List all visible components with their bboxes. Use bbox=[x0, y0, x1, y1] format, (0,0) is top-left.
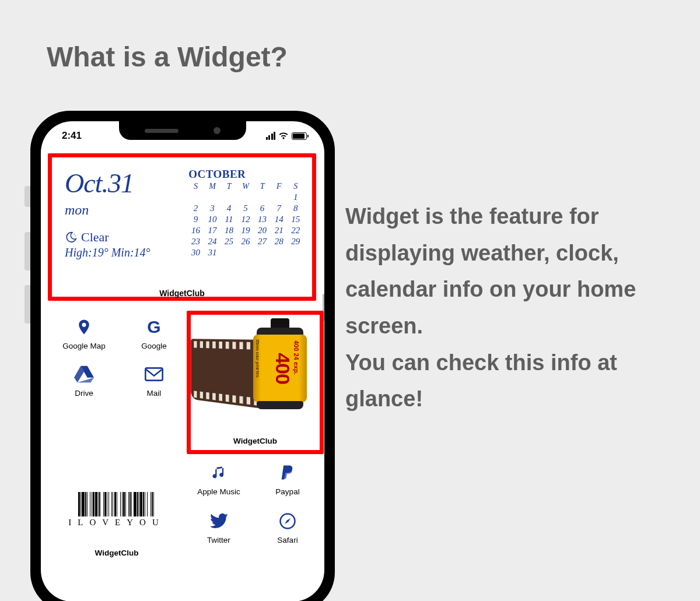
G-icon: G bbox=[143, 316, 165, 338]
app-drive[interactable]: Drive bbox=[51, 363, 117, 398]
phone-frame: 2:41 Oct.31 mon bbox=[30, 111, 335, 601]
calendar-day-cell: 19 bbox=[239, 226, 253, 236]
calendar-grid: SMTWTFS123456789101112131415161718192021… bbox=[188, 182, 303, 258]
mail-icon bbox=[143, 363, 165, 385]
calendar-day-cell: 17 bbox=[205, 226, 220, 236]
calendar-day: mon bbox=[65, 202, 188, 218]
calendar-day-cell: 29 bbox=[288, 237, 303, 247]
calendar-day-cell: 4 bbox=[222, 203, 236, 213]
film-exp-label: 400 24 exp. bbox=[293, 340, 300, 375]
status-bar: 2:41 bbox=[41, 127, 324, 145]
calendar-day-cell: 28 bbox=[272, 237, 286, 247]
calendar-day-cell bbox=[188, 192, 203, 202]
app-label: Google Map bbox=[62, 342, 106, 350]
svg-point-0 bbox=[74, 234, 75, 235]
calendar-day-cell: 24 bbox=[205, 237, 220, 247]
calendar-day-cell: 20 bbox=[255, 226, 270, 236]
calendar-day-cell bbox=[288, 248, 303, 258]
calendar-dow: M bbox=[205, 182, 220, 191]
wifi-icon bbox=[278, 132, 289, 140]
film-canister-icon: 35mm color print film 400 400 24 exp. bbox=[253, 322, 307, 409]
film-strip-icon bbox=[191, 339, 258, 408]
app-label: Apple Music bbox=[197, 487, 240, 496]
app-mail[interactable]: Mail bbox=[121, 363, 187, 398]
safari-icon bbox=[276, 510, 299, 532]
calendar-day-cell: 5 bbox=[239, 203, 253, 213]
calendar-day-cell bbox=[272, 248, 286, 258]
calendar-dow: T bbox=[222, 182, 236, 191]
calendar-day-cell bbox=[255, 248, 270, 258]
weather-text: Clear bbox=[81, 230, 109, 245]
calendar-day-cell: 30 bbox=[188, 248, 203, 258]
film-type-label: 35mm color print film bbox=[256, 339, 260, 377]
calendar-month: OCTOBER bbox=[188, 168, 303, 181]
phone-volume-down-button bbox=[24, 285, 30, 324]
paypal-icon bbox=[276, 462, 299, 484]
calendar-widget[interactable]: Oct.31 mon Clear High:19° Min:14° OCTOBE… bbox=[48, 153, 316, 301]
calendar-day-cell: 22 bbox=[288, 226, 303, 236]
battery-icon bbox=[292, 132, 307, 140]
svg-rect-3 bbox=[145, 368, 162, 380]
calendar-day-cell: 12 bbox=[239, 215, 253, 224]
barcode-widget[interactable]: ILOVEYOU WidgetClub bbox=[52, 492, 181, 537]
calendar-day-cell: 6 bbox=[255, 203, 270, 213]
app-safari[interactable]: Safari bbox=[256, 510, 320, 544]
calendar-day-cell: 3 bbox=[205, 203, 220, 213]
app-twitter[interactable]: Twitter bbox=[187, 510, 251, 544]
calendar-day-cell: 23 bbox=[188, 237, 203, 247]
film-iso-label: 400 bbox=[271, 353, 294, 384]
app-apple-music[interactable]: Apple Music bbox=[187, 462, 251, 496]
barcode-text: ILOVEYOU bbox=[52, 518, 181, 528]
calendar-dow: T bbox=[255, 182, 270, 191]
calendar-day-cell bbox=[222, 192, 236, 202]
calendar-day-cell bbox=[239, 248, 253, 258]
status-time: 2:41 bbox=[62, 130, 82, 142]
svg-point-2 bbox=[82, 323, 86, 327]
drive-icon bbox=[73, 363, 95, 385]
calendar-day-cell: 7 bbox=[272, 203, 286, 213]
calendar-day-cell: 15 bbox=[288, 215, 303, 224]
calendar-day-cell: 31 bbox=[205, 248, 220, 258]
app-label: Twitter bbox=[207, 536, 230, 544]
twitter-icon bbox=[208, 510, 230, 532]
film-widget[interactable]: 35mm color print film 400 400 24 exp. Wi… bbox=[187, 311, 324, 454]
calendar-day-cell: 25 bbox=[222, 237, 236, 247]
app-google-map[interactable]: Google Map bbox=[51, 316, 117, 350]
calendar-day-cell: 21 bbox=[272, 226, 286, 236]
app-grid-bottom: Apple MusicPaypalTwitterSafari bbox=[187, 462, 320, 544]
calendar-day-cell bbox=[239, 192, 253, 202]
calendar-day-cell bbox=[222, 248, 236, 258]
calendar-day-cell: 14 bbox=[272, 215, 286, 224]
app-google[interactable]: GGoogle bbox=[121, 316, 187, 350]
calendar-date: Oct.31 bbox=[65, 168, 188, 199]
page-title: What is a Widget? bbox=[47, 41, 288, 73]
calendar-hilow: High:19° Min:14° bbox=[65, 246, 188, 259]
calendar-dow: W bbox=[239, 182, 253, 191]
app-label: Google bbox=[141, 342, 167, 350]
calendar-dow: F bbox=[272, 182, 286, 191]
calendar-day-cell: 1 bbox=[288, 192, 303, 202]
phone-screen: 2:41 Oct.31 mon bbox=[41, 121, 324, 601]
music-icon bbox=[208, 462, 230, 484]
calendar-day-cell: 27 bbox=[255, 237, 270, 247]
app-label: Drive bbox=[75, 389, 93, 398]
description-text: Widget is the feature for displaying wea… bbox=[345, 198, 672, 417]
app-paypal[interactable]: Paypal bbox=[256, 462, 320, 496]
calendar-day-cell: 2 bbox=[188, 203, 203, 213]
calendar-day-cell: 26 bbox=[239, 237, 253, 247]
signal-icon bbox=[266, 132, 276, 140]
phone-side-button bbox=[24, 186, 30, 207]
calendar-day-cell: 18 bbox=[222, 226, 236, 236]
svg-point-1 bbox=[75, 236, 76, 236]
app-label: Safari bbox=[277, 536, 298, 544]
calendar-day-cell: 9 bbox=[188, 215, 203, 224]
widget-label: WidgetClub bbox=[191, 437, 320, 445]
calendar-day-cell: 11 bbox=[222, 215, 236, 224]
calendar-weather: Clear bbox=[65, 230, 188, 245]
widget-label: WidgetClub bbox=[52, 549, 181, 557]
app-grid: Google MapGGoogleDriveMail bbox=[51, 316, 182, 398]
calendar-dow: S bbox=[188, 182, 203, 191]
calendar-dow: S bbox=[288, 182, 303, 191]
calendar-day-cell: 10 bbox=[205, 215, 220, 224]
calendar-day-cell bbox=[272, 192, 286, 202]
